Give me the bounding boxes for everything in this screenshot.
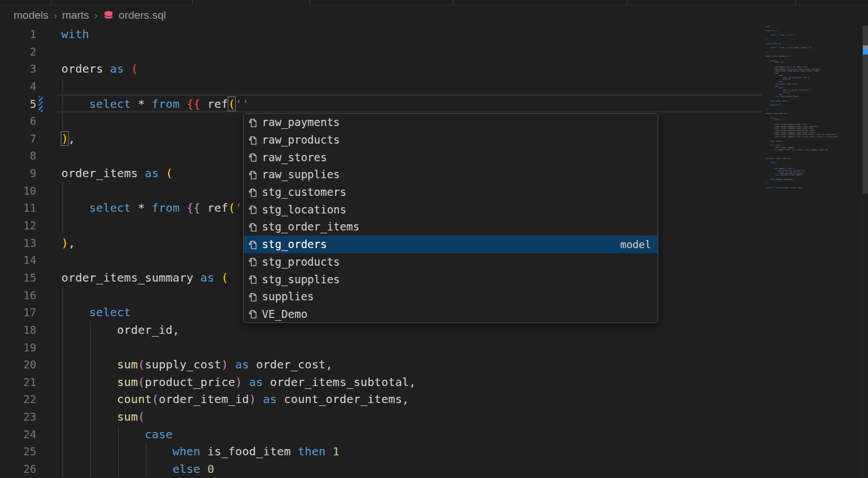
line-number: 26 <box>0 460 36 478</box>
code-text: with <box>61 26 89 43</box>
code-line-23[interactable]: 23 sum( <box>0 408 761 426</box>
indent-guide <box>62 356 63 374</box>
code-text: sum(supply_cost) as order_cost, <box>61 356 332 374</box>
suggestion-label: stg_locations <box>262 203 347 216</box>
suggestion-item-stg_supplies[interactable]: stg_supplies <box>244 270 658 288</box>
line-number: 8 <box>0 147 36 165</box>
code-line-2[interactable]: 2 <box>0 43 761 61</box>
minimap[interactable]: with orders as ( select * from {{ ref(''… <box>761 26 862 478</box>
suggestion-label: stg_supplies <box>262 273 340 286</box>
indent-guide <box>62 460 63 478</box>
code-text: when is_food_item then 1 <box>61 443 340 460</box>
suggestion-item-stg_customers[interactable]: stg_customers <box>244 183 658 201</box>
code-line-21[interactable]: 21 sum(product_price) as order_items_sub… <box>0 374 761 391</box>
line-number: 24 <box>0 426 36 443</box>
suggestion-item-stg_orders[interactable]: stg_ordersmodel <box>244 236 658 253</box>
code-line-19[interactable]: 19 <box>0 339 761 357</box>
suggestion-item-raw_products[interactable]: raw_products <box>244 131 658 149</box>
breadcrumb: models › marts › orders.sql <box>0 5 868 26</box>
suggestion-label: raw_stores <box>262 151 327 163</box>
code-text: orders as ( <box>61 60 138 78</box>
indent-guide <box>62 321 63 339</box>
indent-guide <box>62 443 63 460</box>
tab-separator <box>453 0 453 5</box>
reference-icon <box>247 134 258 145</box>
autocomplete-dropdown[interactable]: raw_paymentsraw_productsraw_storesraw_su… <box>243 113 658 323</box>
line-number: 5 <box>0 95 36 113</box>
chevron-right-icon: › <box>53 10 57 22</box>
tab-separator <box>51 0 52 5</box>
indent-guide <box>90 374 91 391</box>
indent-guide <box>90 339 91 357</box>
reference-icon <box>247 256 258 267</box>
breadcrumb-item-models[interactable]: models <box>14 9 48 22</box>
breadcrumb-item-file[interactable]: orders.sql <box>119 9 166 22</box>
reference-icon <box>247 204 258 215</box>
indent-guide <box>90 356 91 374</box>
tab-separator <box>795 0 796 5</box>
code-line-25[interactable]: 25 when is_food_item then 1 <box>0 443 761 460</box>
suggestion-item-raw_supplies[interactable]: raw_supplies <box>244 166 658 183</box>
code-text: sum(product_price) as order_items_subtot… <box>61 374 416 391</box>
modified-line-indicator <box>39 96 43 112</box>
reference-icon <box>247 238 258 250</box>
reference-icon <box>247 116 258 128</box>
code-text: ), <box>61 234 76 252</box>
reference-icon <box>247 186 258 198</box>
indent-guide <box>90 443 91 460</box>
code-line-24[interactable]: 24 case <box>0 426 761 443</box>
reference-icon <box>247 169 258 180</box>
code-line-1[interactable]: 1with <box>0 26 761 43</box>
reference-icon <box>247 291 258 302</box>
code-text: case <box>61 426 173 443</box>
tab-separator <box>627 0 628 5</box>
indent-guide <box>118 443 119 460</box>
indent-guide <box>62 408 63 426</box>
code-text: select <box>61 304 131 321</box>
line-number: 12 <box>0 217 36 234</box>
code-text: else 0 <box>61 460 214 478</box>
code-line-22[interactable]: 22 count(order_item_id) as count_order_i… <box>0 391 761 408</box>
line-number: 18 <box>0 321 36 339</box>
breadcrumb-item-marts[interactable]: marts <box>62 9 89 22</box>
suggestion-item-raw_stores[interactable]: raw_stores <box>244 148 658 166</box>
indent-guide <box>62 287 63 304</box>
line-number: 3 <box>0 60 36 78</box>
code-text: order_items_summary as ( <box>61 269 228 287</box>
suggestion-item-VE_Demo[interactable]: VE_Demo <box>244 305 658 323</box>
indent-guide <box>62 339 63 357</box>
line-number: 17 <box>0 304 36 321</box>
suggestion-item-stg_locations[interactable]: stg_locations <box>244 200 658 218</box>
code-line-3[interactable]: 3orders as ( <box>0 60 761 78</box>
indent-guide <box>90 460 91 478</box>
suggestion-item-raw_payments[interactable]: raw_payments <box>244 114 658 131</box>
indent-guide <box>62 391 63 408</box>
indent-guide <box>62 374 63 391</box>
line-number: 7 <box>0 130 36 148</box>
line-number: 23 <box>0 408 36 426</box>
indent-guide <box>146 443 147 460</box>
reference-icon <box>247 152 258 163</box>
suggestion-item-stg_products[interactable]: stg_products <box>244 253 658 271</box>
overview-marker-current-line <box>863 49 868 54</box>
code-line-18[interactable]: 18 order_id, <box>0 321 761 339</box>
database-icon <box>103 10 114 22</box>
minimap-content: with orders as ( select * from {{ ref(''… <box>766 26 862 189</box>
indent-guide <box>90 391 91 408</box>
line-number: 6 <box>0 112 36 130</box>
suggestion-label: stg_products <box>262 255 340 268</box>
indent-guide <box>118 426 119 443</box>
code-line-4[interactable]: 4 <box>0 78 761 95</box>
line-number: 4 <box>0 78 36 95</box>
code-line-26[interactable]: 26 else 0 <box>0 460 761 478</box>
reference-icon <box>247 221 258 232</box>
tab-bar[interactable] <box>0 0 868 5</box>
suggestion-label: VE_Demo <box>262 308 307 320</box>
code-line-5[interactable]: 5 select * from {{ ref('' <box>0 95 761 113</box>
line-number: 21 <box>0 374 36 391</box>
code-line-20[interactable]: 20 sum(supply_cost) as order_cost, <box>0 356 761 374</box>
suggestion-item-supplies[interactable]: supplies <box>244 288 658 305</box>
indent-guide <box>62 95 63 113</box>
scrollbar[interactable] <box>862 26 868 478</box>
suggestion-item-stg_order_items[interactable]: stg_order_items <box>244 218 658 236</box>
